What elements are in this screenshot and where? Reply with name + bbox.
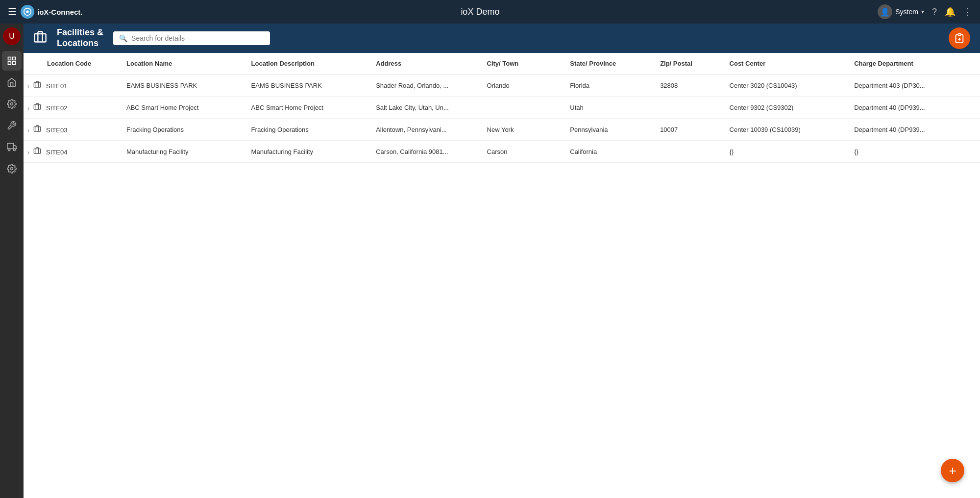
cell-state: California (564, 141, 654, 163)
site-icon (33, 125, 43, 134)
svg-rect-16 (34, 105, 40, 109)
cell-zip: 32808 (654, 75, 723, 97)
chevron-down-icon: ▾ (921, 8, 924, 15)
help-icon[interactable]: ? (932, 7, 937, 17)
table-row: › SITE03 Fracking Operations Fracking Op… (24, 119, 980, 141)
svg-rect-3 (8, 62, 11, 65)
col-header-charge: Charge Department (848, 53, 980, 75)
expand-chevron[interactable]: › (27, 127, 31, 134)
sidebar: U (0, 24, 24, 498)
cell-location-desc: Manufacturing Facility (245, 141, 370, 163)
cell-charge-dept: Department 403 (DP30... (848, 75, 980, 97)
svg-rect-2 (13, 57, 16, 60)
cell-location-code: SITE01 (46, 82, 67, 90)
user-name: System (895, 8, 918, 16)
cell-cost-center: Center 9302 (CS9302) (724, 97, 849, 119)
cell-state: Utah (564, 97, 654, 119)
page-title: Facilities & Locations (57, 27, 103, 49)
site-icon (33, 103, 43, 112)
search-bar[interactable]: 🔍 (113, 31, 270, 45)
user-menu[interactable]: 👤 System ▾ (878, 4, 924, 19)
table-row: › SITE04 Manufacturing Facility Manufact… (24, 141, 980, 163)
cell-location-code: SITE02 (46, 104, 67, 112)
search-icon: 🔍 (119, 34, 127, 42)
col-header-address: Address (370, 53, 481, 75)
top-nav-right: 👤 System ▾ ? 🔔 ⋮ (878, 4, 972, 19)
svg-rect-18 (34, 149, 40, 153)
cell-cost-center: Center 3020 (CS10043) (724, 75, 849, 97)
cell-zip (654, 141, 723, 163)
logo: ioX-Connect. (21, 5, 83, 19)
cell-address: Allentown, Pennsylvani... (370, 119, 481, 141)
site-icon (33, 148, 43, 156)
cell-location-name: EAMS BUSINESS PARK (121, 75, 245, 97)
col-header-zip: Zip/ Postal (654, 53, 723, 75)
cell-state: Pennsylvania (564, 119, 654, 141)
hamburger-menu[interactable]: ☰ (8, 6, 17, 18)
svg-rect-15 (34, 83, 40, 87)
add-fab-button[interactable]: + (941, 459, 964, 482)
table-container: Location Code Location Name Location Des… (24, 53, 980, 498)
cell-city: Carson (481, 141, 564, 163)
sidebar-item-equipment[interactable] (2, 116, 22, 135)
cell-charge-dept: Department 40 (DP939... (848, 97, 980, 119)
top-navbar: ☰ ioX-Connect. ioX Demo 👤 System ▾ ? 🔔 ⋮ (0, 0, 980, 24)
cell-address: Carson, California 9081... (370, 141, 481, 163)
table-row: › SITE02 ABC Smart Home Project ABC Smar… (24, 97, 980, 119)
cell-state: Florida (564, 75, 654, 97)
cell-address: Salt Lake City, Utah, Un... (370, 97, 481, 119)
svg-point-5 (11, 103, 13, 105)
col-header-cost: Cost Center (724, 53, 849, 75)
col-header-location-code: Location Code (24, 53, 121, 75)
cell-location-code: SITE03 (46, 126, 67, 134)
col-header-city: City/ Town (481, 53, 564, 75)
cell-cost-center: {} (724, 141, 849, 163)
cell-charge-dept: Department 40 (DP939... (848, 119, 980, 141)
cell-location-name: Manufacturing Facility (121, 141, 245, 163)
svg-rect-1 (8, 57, 11, 60)
expand-chevron[interactable]: › (27, 149, 31, 156)
sidebar-item-settings1[interactable] (2, 94, 22, 114)
app-title: ioX Demo (461, 7, 499, 17)
clipboard-action-button[interactable] (949, 27, 970, 49)
cell-zip: 10007 (654, 119, 723, 141)
facilities-icon (33, 30, 47, 47)
cell-charge-dept: {} (848, 141, 980, 163)
svg-rect-12 (958, 34, 961, 36)
svg-point-10 (11, 168, 13, 170)
cell-location-name: ABC Smart Home Project (121, 97, 245, 119)
sub-header: Facilities & Locations 🔍 (24, 24, 980, 53)
col-header-location-desc: Location Description (245, 53, 370, 75)
avatar: 👤 (878, 4, 892, 19)
cell-location-desc: ABC Smart Home Project (245, 97, 370, 119)
cell-location-code: SITE04 (46, 149, 67, 156)
cell-location-desc: EAMS BUSINESS PARK (245, 75, 370, 97)
col-header-state: State/ Province (564, 53, 654, 75)
sidebar-item-dashboard[interactable] (2, 51, 22, 71)
notifications-icon[interactable]: 🔔 (945, 6, 956, 17)
content-area: Facilities & Locations 🔍 Location (24, 24, 980, 498)
svg-rect-6 (7, 144, 13, 149)
more-options-icon[interactable]: ⋮ (963, 6, 972, 17)
sidebar-item-admin-settings[interactable] (2, 159, 22, 178)
facilities-table: Location Code Location Name Location Des… (24, 53, 980, 163)
sidebar-item-facilities[interactable] (2, 73, 22, 92)
search-input[interactable] (131, 34, 264, 42)
cell-zip (654, 97, 723, 119)
sidebar-avatar: U (3, 27, 21, 45)
svg-rect-17 (34, 127, 40, 131)
svg-point-9 (13, 149, 15, 150)
cell-city: Orlando (481, 75, 564, 97)
expand-chevron[interactable]: › (27, 105, 31, 112)
expand-chevron[interactable]: › (27, 83, 31, 90)
cell-cost-center: Center 10039 (CS10039) (724, 119, 849, 141)
svg-point-8 (8, 149, 10, 150)
cell-location-desc: Fracking Operations (245, 119, 370, 141)
table-header-row: Location Code Location Name Location Des… (24, 53, 980, 75)
logo-icon (21, 5, 34, 19)
svg-rect-11 (34, 34, 46, 42)
cell-address: Shader Road, Orlando, ... (370, 75, 481, 97)
sidebar-item-vehicles[interactable] (2, 137, 22, 157)
logo-text: ioX-Connect. (37, 8, 83, 16)
site-icon (33, 81, 43, 90)
